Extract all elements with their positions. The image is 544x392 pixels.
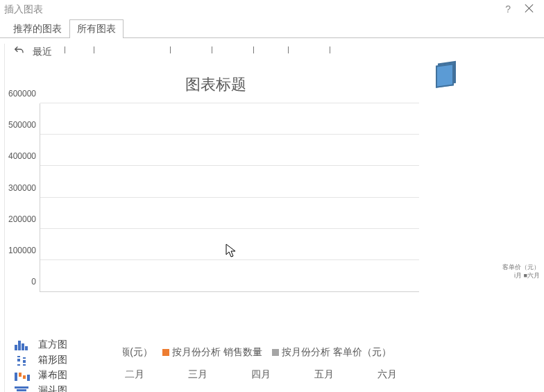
y-tick: 600000	[8, 89, 36, 99]
y-tick: 200000	[8, 214, 36, 224]
funnel-icon	[15, 385, 31, 392]
sidebar-item-histogram[interactable]: 直方图	[5, 337, 123, 352]
legend-label: 按月份分析 销售数量	[172, 346, 262, 359]
x-tick: 三月	[188, 368, 207, 381]
chart-title: 图表标题	[5, 74, 426, 95]
y-tick: 300000	[8, 183, 36, 193]
histogram-icon	[15, 339, 31, 350]
chart-axes: 0100000200000300000400000500000600000	[40, 103, 419, 292]
sidebar-item-waterfall[interactable]: 瀑布图	[5, 368, 123, 383]
chart-type-list: 直方图 箱形图 瀑布图	[5, 337, 123, 392]
x-tick: 二月	[125, 368, 144, 381]
sidebar-item-label: 直方图	[38, 339, 67, 351]
chart-thumbnail[interactable]: 客单价（元） i月 ■六月	[433, 65, 544, 293]
chart-subtype-strip[interactable]	[59, 45, 544, 59]
legend-label: 按月份分析 客单价（元）	[282, 346, 391, 359]
x-tick: 六月	[377, 368, 397, 381]
thumbnail-legend: 客单价（元） i月 ■六月	[502, 263, 540, 280]
waterfall-icon	[15, 370, 31, 381]
legend-item: 按月份分析 客单价（元）	[272, 346, 391, 359]
sidebar-item-label: 箱形图	[38, 354, 67, 366]
dialog-tabs: 推荐的图表 所有图表	[0, 18, 544, 38]
bar3d-icon	[436, 63, 454, 88]
sidebar-item-boxplot[interactable]: 箱形图	[5, 352, 123, 368]
dialog-body: 最近 图表标题 01000002000003000004000005000006…	[4, 44, 544, 392]
legend-item: 按月份分析 销售数量	[162, 346, 262, 359]
dialog-title: 插入图表	[4, 3, 43, 15]
chart-preview[interactable]: 图表标题 01000002000003000004000005000006000…	[5, 71, 426, 363]
close-icon[interactable]	[525, 3, 534, 12]
dialog-titlebar: 插入图表 ?	[0, 0, 544, 18]
legend-swatch	[162, 349, 169, 356]
tab-recommended[interactable]: 推荐的图表	[6, 19, 69, 38]
y-tick: 0	[31, 277, 36, 287]
tab-all-charts[interactable]: 所有图表	[69, 19, 124, 38]
undo-icon[interactable]	[5, 45, 33, 60]
sidebar-item-funnel[interactable]: 漏斗图	[5, 383, 123, 392]
chart-bars	[40, 103, 419, 291]
recent-label: 最近	[33, 46, 59, 58]
y-tick: 500000	[8, 120, 36, 130]
thumb-legend-1: 客单价（元）	[502, 263, 540, 271]
legend-swatch	[272, 349, 279, 356]
y-tick: 100000	[8, 246, 36, 255]
x-tick: 四月	[251, 368, 271, 381]
y-tick: 400000	[8, 151, 36, 161]
sidebar-item-label: 漏斗图	[38, 384, 67, 392]
x-tick: 五月	[314, 368, 334, 381]
help-button[interactable]: ?	[505, 0, 511, 18]
boxplot-icon	[15, 355, 31, 366]
thumb-legend-2: i月 ■六月	[502, 271, 540, 280]
sidebar-item-label: 瀑布图	[38, 369, 67, 382]
